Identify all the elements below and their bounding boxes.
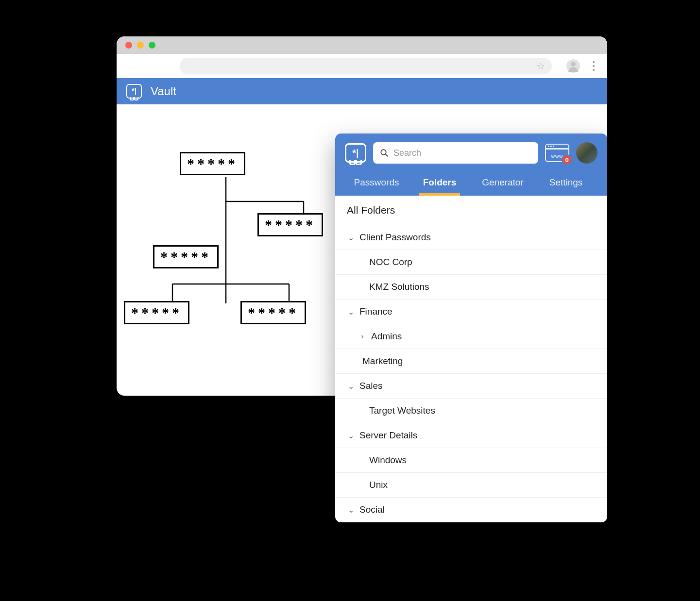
folder-label: Marketing xyxy=(362,356,403,367)
app-title: Vault xyxy=(151,84,176,98)
maximize-window-button[interactable] xyxy=(149,42,155,49)
folder-label: KMZ Solutions xyxy=(369,282,429,292)
notification-count-badge: 0 xyxy=(562,154,572,165)
folder-row[interactable]: ⌄Server Details xyxy=(335,423,607,448)
search-field[interactable] xyxy=(373,142,538,164)
tree-node: ***** xyxy=(124,301,189,324)
folder-list: ⌄Client PasswordsNOC CorpKMZ Solutions⌄F… xyxy=(335,225,607,522)
extension-header: *| www 0 Passwords Folders Generator Set… xyxy=(335,134,607,196)
folder-row[interactable]: ⌄Client Passwords xyxy=(335,225,607,250)
chevron-down-icon: ⌄ xyxy=(347,233,355,242)
chevron-down-icon: ⌄ xyxy=(347,431,355,440)
folder-label: Admins xyxy=(371,331,402,342)
tree-node: ***** xyxy=(257,213,323,236)
folder-row[interactable]: KMZ Solutions xyxy=(335,275,607,300)
tree-node: ***** xyxy=(240,301,306,324)
tree-node: ***** xyxy=(153,245,219,268)
folder-row[interactable]: Marketing xyxy=(335,349,607,374)
folder-row[interactable]: ›Admins xyxy=(335,324,607,349)
chevron-right-icon: › xyxy=(359,332,366,341)
address-bar[interactable]: ☆ xyxy=(180,58,552,74)
extension-logo-icon: *| xyxy=(345,143,366,163)
tab-folders[interactable]: Folders xyxy=(408,170,471,196)
folder-row[interactable]: Unix xyxy=(335,473,607,498)
app-header: *| Vault xyxy=(117,78,607,104)
folder-label: NOC Corp xyxy=(369,257,412,267)
folder-label: Client Passwords xyxy=(359,232,431,243)
folder-label: Windows xyxy=(369,455,407,466)
search-input[interactable] xyxy=(393,148,531,158)
search-icon xyxy=(380,149,389,157)
window-titlebar xyxy=(117,36,607,54)
tab-passwords[interactable]: Passwords xyxy=(345,170,408,196)
folder-label: Target Websites xyxy=(369,405,435,416)
close-window-button[interactable] xyxy=(125,42,132,49)
tab-generator[interactable]: Generator xyxy=(471,170,534,196)
folder-row[interactable]: Windows xyxy=(335,448,607,473)
folder-label: Social xyxy=(359,504,385,515)
tab-settings[interactable]: Settings xyxy=(534,170,598,196)
extension-panel: *| www 0 Passwords Folders Generator Set… xyxy=(335,134,607,522)
svg-line-8 xyxy=(385,154,388,156)
extension-tabs: Passwords Folders Generator Settings xyxy=(345,170,598,196)
folder-row[interactable]: ⌄Sales xyxy=(335,374,607,399)
website-badge[interactable]: www 0 xyxy=(545,144,569,162)
tree-node: ***** xyxy=(180,152,245,175)
chevron-down-icon: ⌄ xyxy=(347,382,355,391)
folder-section-title: All Folders xyxy=(335,196,607,225)
browser-menu-icon[interactable] xyxy=(590,61,598,71)
folder-label: Unix xyxy=(369,480,388,490)
folder-label: Finance xyxy=(359,306,393,317)
folder-row[interactable]: ⌄Social xyxy=(335,498,607,522)
bookmark-star-icon[interactable]: ☆ xyxy=(536,60,545,72)
chevron-down-icon: ⌄ xyxy=(347,505,355,515)
vault-logo-icon: *| xyxy=(126,84,142,99)
chevron-down-icon: ⌄ xyxy=(347,307,355,317)
folder-row[interactable]: Target Websites xyxy=(335,399,607,423)
folder-label: Server Details xyxy=(359,430,417,441)
folder-row[interactable]: ⌄Finance xyxy=(335,300,607,324)
minimize-window-button[interactable] xyxy=(137,42,144,49)
browser-profile-avatar[interactable] xyxy=(566,59,580,73)
folder-row[interactable]: NOC Corp xyxy=(335,250,607,275)
folder-label: Sales xyxy=(359,381,383,391)
user-avatar[interactable] xyxy=(576,142,598,164)
browser-toolbar: ☆ xyxy=(117,54,607,78)
